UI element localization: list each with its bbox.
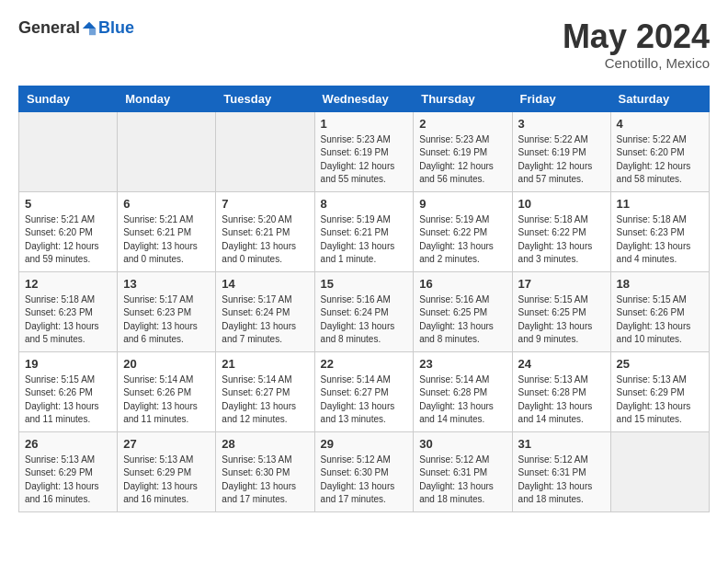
- calendar-header-row: SundayMondayTuesdayWednesdayThursdayFrid…: [19, 86, 710, 111]
- column-header-wednesday: Wednesday: [314, 86, 414, 111]
- logo-general: General: [18, 18, 80, 38]
- day-number: 17: [518, 277, 605, 291]
- day-info: Sunrise: 5:15 AMSunset: 6:26 PMDaylight:…: [617, 293, 703, 347]
- calendar-cell: 31Sunrise: 5:12 AMSunset: 6:31 PMDayligh…: [512, 431, 610, 511]
- day-info: Sunrise: 5:14 AMSunset: 6:28 PMDaylight:…: [419, 373, 506, 427]
- day-info: Sunrise: 5:13 AMSunset: 6:29 PMDaylight:…: [25, 454, 111, 507]
- calendar-cell: 25Sunrise: 5:13 AMSunset: 6:29 PMDayligh…: [610, 351, 709, 431]
- day-number: 12: [25, 277, 111, 291]
- day-number: 15: [321, 277, 408, 291]
- calendar-week-row: 5Sunrise: 5:21 AMSunset: 6:20 PMDaylight…: [19, 191, 710, 271]
- day-info: Sunrise: 5:14 AMSunset: 6:26 PMDaylight:…: [123, 373, 210, 427]
- calendar-cell: 29Sunrise: 5:12 AMSunset: 6:30 PMDayligh…: [314, 431, 414, 511]
- day-info: Sunrise: 5:13 AMSunset: 6:28 PMDaylight:…: [518, 373, 605, 427]
- calendar-cell: 22Sunrise: 5:14 AMSunset: 6:27 PMDayligh…: [314, 351, 414, 431]
- day-info: Sunrise: 5:18 AMSunset: 6:23 PMDaylight:…: [25, 293, 111, 347]
- day-number: 3: [518, 117, 605, 131]
- day-number: 27: [123, 437, 210, 451]
- day-number: 18: [617, 277, 703, 291]
- column-header-saturday: Saturday: [610, 86, 709, 111]
- day-number: 31: [518, 437, 605, 451]
- logo: General Blue: [18, 18, 134, 38]
- day-info: Sunrise: 5:17 AMSunset: 6:23 PMDaylight:…: [123, 293, 210, 347]
- logo-blue: Blue: [98, 18, 134, 38]
- calendar-cell: 13Sunrise: 5:17 AMSunset: 6:23 PMDayligh…: [118, 271, 216, 351]
- calendar-cell: 17Sunrise: 5:15 AMSunset: 6:25 PMDayligh…: [512, 271, 610, 351]
- calendar-cell: [610, 431, 709, 511]
- calendar-cell: 20Sunrise: 5:14 AMSunset: 6:26 PMDayligh…: [118, 351, 216, 431]
- day-number: 4: [617, 117, 703, 131]
- day-info: Sunrise: 5:23 AMSunset: 6:19 PMDaylight:…: [419, 133, 506, 187]
- calendar-cell: 2Sunrise: 5:23 AMSunset: 6:19 PMDaylight…: [414, 111, 512, 191]
- day-number: 8: [321, 197, 408, 211]
- day-number: 10: [518, 197, 605, 211]
- day-info: Sunrise: 5:12 AMSunset: 6:31 PMDaylight:…: [518, 454, 605, 507]
- day-info: Sunrise: 5:12 AMSunset: 6:31 PMDaylight:…: [419, 454, 506, 507]
- logo-icon: [81, 20, 97, 37]
- calendar-cell: [118, 111, 216, 191]
- day-number: 28: [222, 437, 308, 451]
- column-header-monday: Monday: [118, 86, 216, 111]
- calendar-week-row: 19Sunrise: 5:15 AMSunset: 6:26 PMDayligh…: [19, 351, 710, 431]
- calendar-cell: 24Sunrise: 5:13 AMSunset: 6:28 PMDayligh…: [512, 351, 610, 431]
- day-info: Sunrise: 5:13 AMSunset: 6:29 PMDaylight:…: [123, 454, 210, 507]
- calendar-cell: 8Sunrise: 5:19 AMSunset: 6:21 PMDaylight…: [314, 191, 414, 271]
- day-info: Sunrise: 5:15 AMSunset: 6:26 PMDaylight:…: [25, 373, 111, 427]
- day-number: 6: [123, 197, 210, 211]
- calendar-cell: 9Sunrise: 5:19 AMSunset: 6:22 PMDaylight…: [414, 191, 512, 271]
- calendar-cell: [216, 111, 314, 191]
- location: Cenotillo, Mexico: [563, 55, 710, 71]
- column-header-friday: Friday: [512, 86, 610, 111]
- calendar-cell: 26Sunrise: 5:13 AMSunset: 6:29 PMDayligh…: [19, 431, 118, 511]
- day-number: 5: [25, 197, 111, 211]
- day-info: Sunrise: 5:21 AMSunset: 6:21 PMDaylight:…: [123, 213, 210, 267]
- day-info: Sunrise: 5:18 AMSunset: 6:23 PMDaylight:…: [617, 213, 703, 267]
- calendar-cell: [19, 111, 118, 191]
- calendar-cell: 19Sunrise: 5:15 AMSunset: 6:26 PMDayligh…: [19, 351, 118, 431]
- day-info: Sunrise: 5:16 AMSunset: 6:24 PMDaylight:…: [321, 293, 408, 347]
- day-number: 22: [321, 357, 408, 371]
- page-header: General Blue May 2024 Cenotillo, Mexico: [18, 18, 710, 71]
- day-info: Sunrise: 5:22 AMSunset: 6:19 PMDaylight:…: [518, 133, 605, 187]
- svg-marker-0: [83, 21, 96, 28]
- day-info: Sunrise: 5:13 AMSunset: 6:29 PMDaylight:…: [617, 373, 703, 427]
- calendar-cell: 27Sunrise: 5:13 AMSunset: 6:29 PMDayligh…: [118, 431, 216, 511]
- day-number: 16: [419, 277, 506, 291]
- calendar-cell: 16Sunrise: 5:16 AMSunset: 6:25 PMDayligh…: [414, 271, 512, 351]
- svg-marker-1: [89, 29, 96, 35]
- column-header-tuesday: Tuesday: [216, 86, 314, 111]
- day-number: 24: [518, 357, 605, 371]
- day-number: 21: [222, 357, 308, 371]
- calendar-cell: 4Sunrise: 5:22 AMSunset: 6:20 PMDaylight…: [610, 111, 709, 191]
- day-number: 30: [419, 437, 506, 451]
- calendar-cell: 21Sunrise: 5:14 AMSunset: 6:27 PMDayligh…: [216, 351, 314, 431]
- day-number: 1: [321, 117, 408, 131]
- calendar-cell: 7Sunrise: 5:20 AMSunset: 6:21 PMDaylight…: [216, 191, 314, 271]
- day-number: 13: [123, 277, 210, 291]
- day-number: 29: [321, 437, 408, 451]
- calendar-cell: 12Sunrise: 5:18 AMSunset: 6:23 PMDayligh…: [19, 271, 118, 351]
- calendar-cell: 1Sunrise: 5:23 AMSunset: 6:19 PMDaylight…: [314, 111, 414, 191]
- calendar-cell: 14Sunrise: 5:17 AMSunset: 6:24 PMDayligh…: [216, 271, 314, 351]
- day-number: 19: [25, 357, 111, 371]
- month-year: May 2024: [563, 18, 710, 55]
- day-info: Sunrise: 5:15 AMSunset: 6:25 PMDaylight:…: [518, 293, 605, 347]
- day-number: 25: [617, 357, 703, 371]
- day-info: Sunrise: 5:17 AMSunset: 6:24 PMDaylight:…: [222, 293, 308, 347]
- calendar-cell: 11Sunrise: 5:18 AMSunset: 6:23 PMDayligh…: [610, 191, 709, 271]
- day-number: 14: [222, 277, 308, 291]
- calendar-week-row: 1Sunrise: 5:23 AMSunset: 6:19 PMDaylight…: [19, 111, 710, 191]
- calendar-cell: 5Sunrise: 5:21 AMSunset: 6:20 PMDaylight…: [19, 191, 118, 271]
- title-block: May 2024 Cenotillo, Mexico: [563, 18, 710, 71]
- day-number: 11: [617, 197, 703, 211]
- day-number: 2: [419, 117, 506, 131]
- day-info: Sunrise: 5:23 AMSunset: 6:19 PMDaylight:…: [321, 133, 408, 187]
- calendar-week-row: 12Sunrise: 5:18 AMSunset: 6:23 PMDayligh…: [19, 271, 710, 351]
- calendar-table: SundayMondayTuesdayWednesdayThursdayFrid…: [18, 86, 710, 512]
- calendar-cell: 28Sunrise: 5:13 AMSunset: 6:30 PMDayligh…: [216, 431, 314, 511]
- column-header-thursday: Thursday: [414, 86, 512, 111]
- day-info: Sunrise: 5:20 AMSunset: 6:21 PMDaylight:…: [222, 213, 308, 267]
- day-info: Sunrise: 5:14 AMSunset: 6:27 PMDaylight:…: [321, 373, 408, 427]
- calendar-cell: 15Sunrise: 5:16 AMSunset: 6:24 PMDayligh…: [314, 271, 414, 351]
- day-info: Sunrise: 5:19 AMSunset: 6:22 PMDaylight:…: [419, 213, 506, 267]
